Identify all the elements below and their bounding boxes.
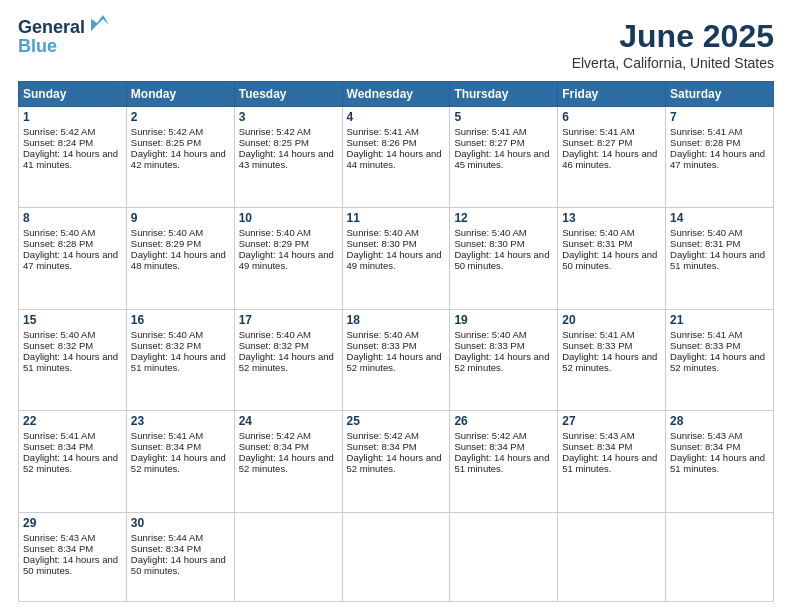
logo: General Blue — [18, 18, 115, 57]
sunset-label: Sunset: 8:24 PM — [23, 137, 93, 148]
weekday-saturday: Saturday — [666, 82, 774, 107]
weekday-monday: Monday — [126, 82, 234, 107]
sunrise-label: Sunrise: 5:42 AM — [239, 430, 311, 441]
calendar-cell — [666, 512, 774, 602]
sunrise-label: Sunrise: 5:40 AM — [454, 329, 526, 340]
calendar-cell: 29 Sunrise: 5:43 AM Sunset: 8:34 PM Dayl… — [19, 512, 127, 602]
weekday-friday: Friday — [558, 82, 666, 107]
day-number: 21 — [670, 313, 769, 327]
day-number: 22 — [23, 414, 122, 428]
calendar-cell: 23 Sunrise: 5:41 AM Sunset: 8:34 PM Dayl… — [126, 411, 234, 512]
daylight-label: Daylight: 14 hours and 52 minutes. — [347, 351, 442, 373]
sunset-label: Sunset: 8:25 PM — [131, 137, 201, 148]
sunset-label: Sunset: 8:31 PM — [670, 238, 740, 249]
daylight-label: Daylight: 14 hours and 52 minutes. — [23, 452, 118, 474]
daylight-label: Daylight: 14 hours and 48 minutes. — [131, 249, 226, 271]
sunrise-label: Sunrise: 5:42 AM — [454, 430, 526, 441]
sunset-label: Sunset: 8:34 PM — [670, 441, 740, 452]
sunrise-label: Sunrise: 5:41 AM — [131, 430, 203, 441]
sunset-label: Sunset: 8:27 PM — [562, 137, 632, 148]
day-number: 28 — [670, 414, 769, 428]
calendar-cell: 24 Sunrise: 5:42 AM Sunset: 8:34 PM Dayl… — [234, 411, 342, 512]
sunset-label: Sunset: 8:33 PM — [562, 340, 632, 351]
weekday-wednesday: Wednesday — [342, 82, 450, 107]
sunrise-label: Sunrise: 5:42 AM — [131, 126, 203, 137]
sunset-label: Sunset: 8:30 PM — [347, 238, 417, 249]
sunrise-label: Sunrise: 5:40 AM — [131, 329, 203, 340]
daylight-label: Daylight: 14 hours and 49 minutes. — [239, 249, 334, 271]
day-number: 2 — [131, 110, 230, 124]
sunrise-label: Sunrise: 5:41 AM — [670, 329, 742, 340]
day-number: 8 — [23, 211, 122, 225]
sunset-label: Sunset: 8:29 PM — [239, 238, 309, 249]
calendar-cell: 4 Sunrise: 5:41 AM Sunset: 8:26 PM Dayli… — [342, 107, 450, 208]
calendar-cell: 25 Sunrise: 5:42 AM Sunset: 8:34 PM Dayl… — [342, 411, 450, 512]
day-number: 23 — [131, 414, 230, 428]
calendar-cell: 27 Sunrise: 5:43 AM Sunset: 8:34 PM Dayl… — [558, 411, 666, 512]
week-row-4: 22 Sunrise: 5:41 AM Sunset: 8:34 PM Dayl… — [19, 411, 774, 512]
daylight-label: Daylight: 14 hours and 47 minutes. — [23, 249, 118, 271]
sunrise-label: Sunrise: 5:40 AM — [23, 227, 95, 238]
day-number: 1 — [23, 110, 122, 124]
calendar-cell: 26 Sunrise: 5:42 AM Sunset: 8:34 PM Dayl… — [450, 411, 558, 512]
day-number: 5 — [454, 110, 553, 124]
calendar-cell: 6 Sunrise: 5:41 AM Sunset: 8:27 PM Dayli… — [558, 107, 666, 208]
daylight-label: Daylight: 14 hours and 52 minutes. — [239, 452, 334, 474]
sunset-label: Sunset: 8:34 PM — [131, 543, 201, 554]
day-number: 10 — [239, 211, 338, 225]
calendar-cell: 11 Sunrise: 5:40 AM Sunset: 8:30 PM Dayl… — [342, 208, 450, 309]
sunrise-label: Sunrise: 5:41 AM — [670, 126, 742, 137]
sunrise-label: Sunrise: 5:40 AM — [670, 227, 742, 238]
sunrise-label: Sunrise: 5:44 AM — [131, 532, 203, 543]
week-row-1: 1 Sunrise: 5:42 AM Sunset: 8:24 PM Dayli… — [19, 107, 774, 208]
calendar-cell — [558, 512, 666, 602]
sunset-label: Sunset: 8:34 PM — [239, 441, 309, 452]
calendar-cell: 8 Sunrise: 5:40 AM Sunset: 8:28 PM Dayli… — [19, 208, 127, 309]
daylight-label: Daylight: 14 hours and 51 minutes. — [562, 452, 657, 474]
calendar: SundayMondayTuesdayWednesdayThursdayFrid… — [18, 81, 774, 602]
calendar-cell: 18 Sunrise: 5:40 AM Sunset: 8:33 PM Dayl… — [342, 309, 450, 410]
calendar-cell: 12 Sunrise: 5:40 AM Sunset: 8:30 PM Dayl… — [450, 208, 558, 309]
day-number: 20 — [562, 313, 661, 327]
day-number: 9 — [131, 211, 230, 225]
day-number: 25 — [347, 414, 446, 428]
sunset-label: Sunset: 8:34 PM — [23, 543, 93, 554]
page: General Blue June 2025 Elverta, Californ… — [0, 0, 792, 612]
sunset-label: Sunset: 8:32 PM — [23, 340, 93, 351]
day-number: 7 — [670, 110, 769, 124]
calendar-cell: 16 Sunrise: 5:40 AM Sunset: 8:32 PM Dayl… — [126, 309, 234, 410]
calendar-cell: 1 Sunrise: 5:42 AM Sunset: 8:24 PM Dayli… — [19, 107, 127, 208]
calendar-cell: 19 Sunrise: 5:40 AM Sunset: 8:33 PM Dayl… — [450, 309, 558, 410]
daylight-label: Daylight: 14 hours and 47 minutes. — [670, 148, 765, 170]
day-number: 11 — [347, 211, 446, 225]
daylight-label: Daylight: 14 hours and 52 minutes. — [670, 351, 765, 373]
week-row-2: 8 Sunrise: 5:40 AM Sunset: 8:28 PM Dayli… — [19, 208, 774, 309]
sunset-label: Sunset: 8:34 PM — [562, 441, 632, 452]
sunset-label: Sunset: 8:26 PM — [347, 137, 417, 148]
calendar-cell: 17 Sunrise: 5:40 AM Sunset: 8:32 PM Dayl… — [234, 309, 342, 410]
day-number: 14 — [670, 211, 769, 225]
sunset-label: Sunset: 8:29 PM — [131, 238, 201, 249]
sunset-label: Sunset: 8:27 PM — [454, 137, 524, 148]
sunset-label: Sunset: 8:34 PM — [347, 441, 417, 452]
week-row-5: 29 Sunrise: 5:43 AM Sunset: 8:34 PM Dayl… — [19, 512, 774, 602]
daylight-label: Daylight: 14 hours and 51 minutes. — [670, 452, 765, 474]
weekday-tuesday: Tuesday — [234, 82, 342, 107]
day-number: 18 — [347, 313, 446, 327]
sunrise-label: Sunrise: 5:41 AM — [347, 126, 419, 137]
calendar-cell — [234, 512, 342, 602]
daylight-label: Daylight: 14 hours and 51 minutes. — [131, 351, 226, 373]
sunset-label: Sunset: 8:28 PM — [670, 137, 740, 148]
day-number: 29 — [23, 516, 122, 530]
daylight-label: Daylight: 14 hours and 45 minutes. — [454, 148, 549, 170]
day-number: 3 — [239, 110, 338, 124]
day-number: 15 — [23, 313, 122, 327]
week-row-3: 15 Sunrise: 5:40 AM Sunset: 8:32 PM Dayl… — [19, 309, 774, 410]
daylight-label: Daylight: 14 hours and 51 minutes. — [454, 452, 549, 474]
sunset-label: Sunset: 8:32 PM — [239, 340, 309, 351]
daylight-label: Daylight: 14 hours and 52 minutes. — [239, 351, 334, 373]
calendar-cell: 13 Sunrise: 5:40 AM Sunset: 8:31 PM Dayl… — [558, 208, 666, 309]
sunrise-label: Sunrise: 5:40 AM — [454, 227, 526, 238]
header: General Blue June 2025 Elverta, Californ… — [18, 18, 774, 71]
day-number: 16 — [131, 313, 230, 327]
